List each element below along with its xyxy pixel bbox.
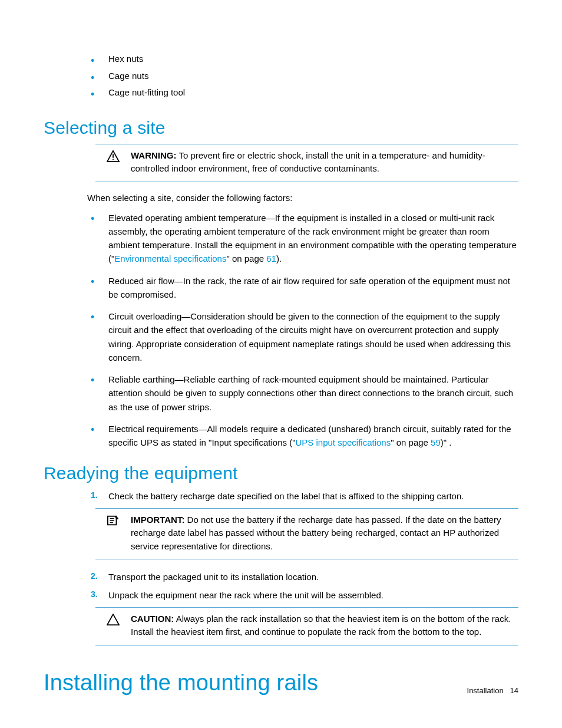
readying-steps: 1. Check the battery recharge date speci… [91, 489, 518, 503]
step-number: 2. [91, 570, 98, 583]
step-text: Transport the packaged unit to its insta… [108, 572, 319, 582]
factor-text: )" . [441, 437, 452, 447]
warning-icon [95, 149, 131, 162]
readying-steps-cont: 2. Transport the packaged unit to its in… [91, 570, 518, 602]
list-item: Electrical requirements—All models requi… [91, 422, 518, 450]
intro-bullet-list: Hex nuts Cage nuts Cage nut-fitting tool [91, 51, 518, 101]
list-item: Circuit overloading—Consideration should… [91, 309, 518, 364]
list-item: 1. Check the battery recharge date speci… [91, 489, 518, 503]
document-page: Hex nuts Cage nuts Cage nut-fitting tool… [0, 0, 562, 728]
list-item: Cage nut-fitting tool [91, 84, 518, 101]
caution-label: CAUTION: [131, 614, 174, 624]
caution-body: Always plan the rack installation so tha… [131, 614, 511, 637]
warning-body: To prevent fire or electric shock, insta… [131, 150, 485, 174]
factor-text: " on page [226, 253, 266, 263]
link-page-61[interactable]: 61 [266, 253, 276, 263]
link-page-59[interactable]: 59 [431, 437, 441, 447]
list-item: 3. Unpack the equipment near the rack wh… [91, 588, 518, 602]
step-number: 3. [91, 588, 98, 601]
heading-selecting-site: Selecting a site [44, 118, 518, 138]
factors-list: Elevated operating ambient temperature—I… [91, 211, 518, 450]
footer-page-number: 14 [510, 686, 518, 695]
caution-icon [95, 612, 131, 625]
svg-rect-0 [113, 154, 114, 157]
factors-intro: When selecting a site, consider the foll… [87, 193, 518, 203]
caution-box: CAUTION: Always plan the rack installati… [95, 607, 518, 645]
important-text: IMPORTANT: Do not use the battery if the… [131, 513, 518, 554]
step-text: Unpack the equipment near the rack where… [108, 590, 384, 600]
important-icon [95, 513, 131, 526]
step-text: Check the battery recharge date specifie… [108, 491, 464, 501]
list-item: Elevated operating ambient temperature—I… [91, 211, 518, 266]
factor-text: " on page [391, 437, 431, 447]
caution-text: CAUTION: Always plan the rack installati… [131, 612, 518, 639]
list-item: 2. Transport the packaged unit to its in… [91, 570, 518, 584]
svg-rect-1 [113, 159, 114, 160]
heading-readying-equipment: Readying the equipment [44, 463, 518, 483]
factor-text: ). [276, 253, 282, 263]
warning-label: WARNING: [131, 150, 177, 160]
important-body: Do not use the battery if the recharge d… [131, 515, 501, 551]
step-number: 1. [91, 489, 98, 502]
list-item: Hex nuts [91, 51, 518, 68]
list-item: Reliable earthing—Reliable earthing of r… [91, 373, 518, 414]
link-ups-specs[interactable]: UPS input specifications [295, 437, 391, 447]
list-item: Reduced air flow—In the rack, the rate o… [91, 274, 518, 302]
warning-box: WARNING: To prevent fire or electric sho… [95, 144, 518, 182]
link-env-specs[interactable]: Environmental specifications [114, 253, 226, 263]
important-box: IMPORTANT: Do not use the battery if the… [95, 508, 518, 560]
page-footer: Installation 14 [467, 686, 518, 695]
important-label: IMPORTANT: [131, 515, 184, 525]
heading-installing-rails: Installing the mounting rails [44, 670, 518, 696]
list-item: Cage nuts [91, 68, 518, 85]
warning-text: WARNING: To prevent fire or electric sho… [131, 149, 518, 176]
footer-section: Installation [467, 686, 504, 695]
